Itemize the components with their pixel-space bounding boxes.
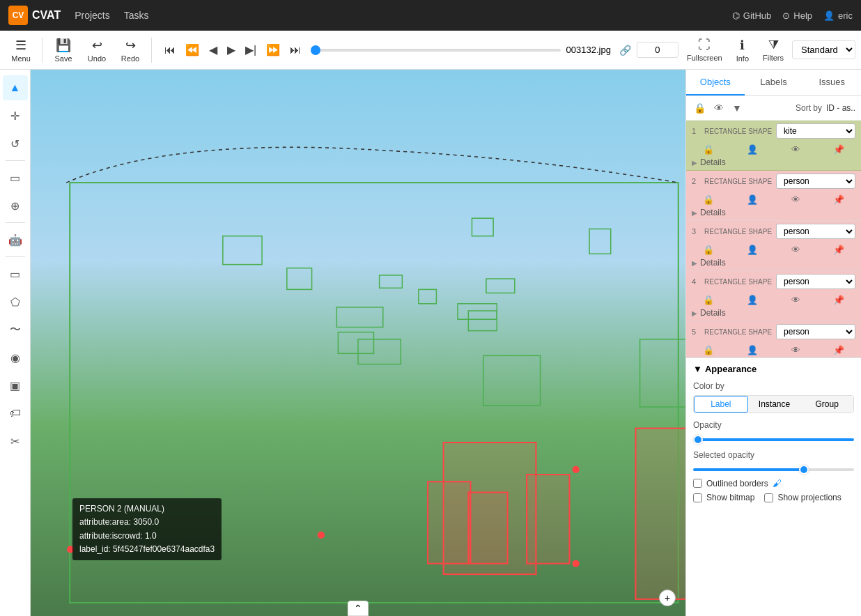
appearance-title[interactable]: ▼ Appearance	[693, 364, 854, 374]
tab-labels[interactable]: Labels	[745, 70, 803, 95]
rectangle-tool[interactable]: ▭	[3, 165, 28, 190]
split-tool[interactable]: ✂	[3, 429, 28, 454]
first-frame-button[interactable]: ⏮	[160, 41, 180, 59]
obj-eye-4[interactable]: 👁	[791, 295, 800, 305]
frame-slider[interactable]	[311, 49, 560, 52]
show-all-button[interactable]: 👁	[712, 100, 726, 116]
move-tool[interactable]: ✛	[3, 103, 28, 128]
obj-pin-5[interactable]: 📌	[833, 345, 844, 355]
obj-pin-3[interactable]: 📌	[833, 245, 844, 255]
progress-bar-wrap: 003132.jpg 🔗	[311, 42, 678, 58]
nav-projects[interactable]: Projects	[75, 10, 110, 21]
save-button[interactable]: 💾 Save	[48, 35, 79, 66]
obj-actions-5: 🔒 👤 👁 📌	[686, 342, 861, 357]
last-frame-button[interactable]: ⏭	[286, 41, 305, 59]
cursor-tool[interactable]: ▲	[3, 75, 28, 100]
expand-all-button[interactable]: ▼	[730, 100, 744, 116]
show-bitmap-checkbox[interactable]	[693, 493, 702, 502]
obj-lock-5[interactable]: 🔒	[703, 345, 714, 355]
link-icon[interactable]: 🔗	[619, 45, 631, 56]
frame-input[interactable]	[637, 42, 678, 58]
nav-tasks[interactable]: Tasks	[124, 10, 149, 21]
fullscreen-button[interactable]: ⛶ Fullscreen	[681, 35, 728, 65]
obj-eye-5[interactable]: 👁	[791, 345, 800, 355]
obj-details-3[interactable]: ▶ Details	[686, 256, 861, 270]
rotate-tool[interactable]: ↺	[3, 131, 28, 156]
obj-details-4[interactable]: ▶ Details	[686, 307, 861, 321]
obj-pin-2[interactable]: 📌	[833, 194, 844, 205]
obj-label-select-1[interactable]: kite	[776, 123, 855, 139]
color-by-group-btn[interactable]: Group	[800, 396, 853, 413]
paint-icon[interactable]: 🖌	[773, 478, 782, 488]
obj-details-2[interactable]: ▶ Details	[686, 206, 861, 220]
zoom-in-button[interactable]: +	[659, 590, 676, 606]
expand-button[interactable]: ⌃	[348, 601, 369, 616]
undo-button[interactable]: ↩ Undo	[82, 35, 112, 66]
zoom-tool[interactable]: ⊕	[3, 193, 28, 218]
opacity-slider[interactable]	[693, 438, 854, 441]
annotation-iscrowd: attribute:iscrowd: 1.0	[79, 530, 215, 543]
ai-tool[interactable]: 🤖	[3, 227, 28, 252]
show-projections-label: Show projections	[777, 493, 841, 502]
obj-person-2[interactable]: 👤	[747, 194, 758, 205]
redo-button[interactable]: ↪ Redo	[115, 35, 146, 66]
filters-button[interactable]: ⧩ Filters	[757, 35, 789, 65]
obj-person-3[interactable]: 👤	[747, 245, 758, 255]
obj-person-1[interactable]: 👤	[747, 144, 758, 155]
play-button[interactable]: ▶	[223, 40, 240, 59]
obj-lock-3[interactable]: 🔒	[703, 245, 714, 255]
outlined-borders-checkbox[interactable]	[693, 479, 702, 488]
next-multi-button[interactable]: ⏩	[262, 40, 284, 59]
obj-lock-4[interactable]: 🔒	[703, 295, 714, 305]
obj-person-5[interactable]: 👤	[747, 345, 758, 355]
selected-opacity-slider[interactable]	[693, 468, 854, 471]
polygon-tool[interactable]: ⬠	[3, 289, 28, 314]
menu-button[interactable]: ☰ Menu	[6, 35, 36, 66]
svg-rect-1	[223, 236, 262, 265]
svg-rect-6	[419, 289, 437, 303]
undo-icon: ↩	[92, 38, 102, 53]
info-button[interactable]: ℹ Info	[731, 35, 754, 66]
tag-tool[interactable]: 🏷	[3, 401, 28, 426]
obj-person-4[interactable]: 👤	[747, 295, 758, 305]
details-chevron-3: ▶	[692, 259, 697, 267]
obj-details-1[interactable]: ▶ Details	[686, 156, 861, 170]
username: eric	[838, 10, 853, 21]
obj-label-select-3[interactable]: person	[776, 224, 855, 239]
obj-label-select-5[interactable]: person	[776, 324, 855, 339]
polyline-tool[interactable]: 〜	[3, 317, 28, 342]
shape-tool[interactable]: ▭	[3, 261, 28, 286]
canvas-area[interactable]: PERSON 2 (MANUAL) attribute:area: 3050.0…	[31, 70, 685, 616]
obj-pin-4[interactable]: 📌	[833, 295, 844, 305]
point-tool[interactable]: ◉	[3, 345, 28, 370]
tool-separator-1	[6, 160, 25, 161]
obj-actions-3: 🔒 👤 👁 📌	[686, 242, 861, 256]
user-menu[interactable]: 👤 eric	[823, 10, 853, 21]
obj-lock-2[interactable]: 🔒	[703, 194, 714, 205]
help-link[interactable]: ⊙ Help	[782, 10, 812, 21]
color-by-label-btn[interactable]: Label	[694, 396, 748, 413]
prev-multi-button[interactable]: ⏪	[181, 40, 203, 59]
obj-eye-2[interactable]: 👁	[791, 194, 800, 205]
prev-frame-button[interactable]: ◀	[205, 40, 222, 59]
tab-objects[interactable]: Objects	[686, 70, 745, 95]
show-projections-checkbox[interactable]	[764, 493, 773, 502]
view-mode-select[interactable]: Standard	[792, 40, 855, 59]
obj-eye-3[interactable]: 👁	[791, 245, 800, 255]
obj-eye-1[interactable]: 👁	[791, 144, 800, 155]
github-link[interactable]: ⌬ GitHub	[732, 10, 771, 21]
save-label: Save	[54, 54, 72, 63]
obj-label-select-2[interactable]: person	[776, 174, 855, 189]
cuboid-tool[interactable]: ▣	[3, 373, 28, 398]
color-by-instance-btn[interactable]: Instance	[748, 396, 801, 413]
obj-lock-1[interactable]: 🔒	[703, 144, 714, 155]
left-sidebar: ▲ ✛ ↺ ▭ ⊕ 🤖 ▭ ⬠ 〜 ◉ ▣ 🏷 ✂	[0, 70, 31, 616]
obj-actions-2: 🔒 👤 👁 📌	[686, 192, 861, 206]
obj-label-select-4[interactable]: person	[776, 274, 855, 289]
next-frame-button[interactable]: ▶|	[241, 40, 261, 59]
user-icon: 👤	[823, 10, 835, 21]
tab-issues[interactable]: Issues	[802, 70, 861, 95]
topnav-right: ⌬ GitHub ⊙ Help 👤 eric	[732, 10, 853, 21]
lock-all-button[interactable]: 🔒	[692, 100, 708, 116]
obj-pin-1[interactable]: 📌	[833, 144, 844, 155]
